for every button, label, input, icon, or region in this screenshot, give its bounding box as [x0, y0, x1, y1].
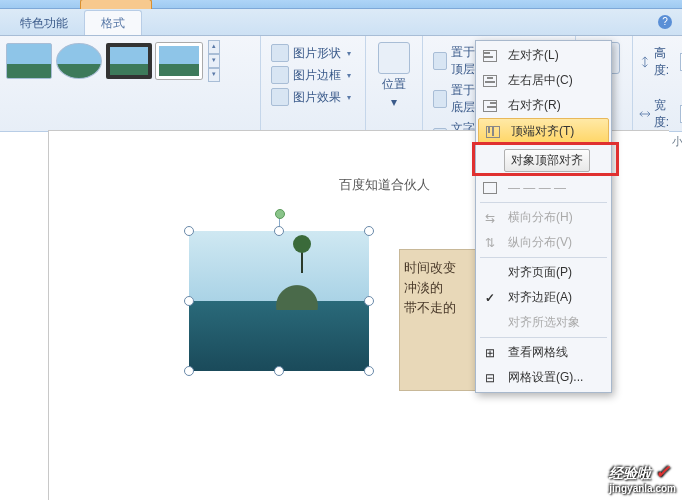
position-icon: [378, 42, 410, 74]
grid-settings-icon: ⊟: [482, 370, 498, 386]
height-icon: [639, 55, 651, 69]
border-icon: [271, 66, 289, 84]
distribute-v-item: ⇅纵向分布(V): [476, 230, 611, 255]
resize-handle[interactable]: [274, 366, 284, 376]
align-right-icon: [482, 98, 498, 114]
tab-special[interactable]: 特色功能: [4, 11, 84, 35]
resize-handle[interactable]: [184, 296, 194, 306]
align-to-page-item[interactable]: 对齐页面(P): [476, 260, 611, 285]
width-label: 宽度:: [654, 97, 677, 131]
tab-format[interactable]: 格式: [84, 10, 142, 35]
resize-handle[interactable]: [364, 226, 374, 236]
check-icon: ✓: [482, 290, 498, 306]
resize-handle[interactable]: [184, 226, 194, 236]
position-button[interactable]: 位置 ▾: [372, 40, 416, 111]
picture-styles-gallery[interactable]: ▴ ▾ ▾: [6, 40, 254, 82]
align-top-tooltip: 对象顶部对齐: [504, 149, 590, 172]
height-label: 高度:: [654, 45, 677, 79]
doc-title: 百度知道合伙人: [339, 176, 430, 194]
style-thumb[interactable]: [106, 43, 152, 79]
grid-icon: ⊞: [482, 345, 498, 361]
picture-shape-button[interactable]: 图片形状▾: [267, 42, 359, 64]
tooltip-row: 对象顶部对齐: [476, 145, 611, 176]
page-icon: [482, 265, 498, 281]
rotation-handle[interactable]: [275, 209, 285, 219]
style-thumb[interactable]: [56, 43, 102, 79]
width-icon: [639, 107, 651, 121]
align-center-item[interactable]: 左右居中(C): [476, 68, 611, 93]
watermark: 经验啦 ✓ jingyanla.com: [609, 461, 676, 494]
tab-strip: 特色功能 格式 ?: [0, 9, 682, 36]
distribute-h-item: ⇆横向分布(H): [476, 205, 611, 230]
align-left-item[interactable]: 左对齐(L): [476, 43, 611, 68]
gallery-up-icon[interactable]: ▴: [208, 40, 220, 54]
back-icon: [433, 90, 447, 108]
align-left-icon: [482, 48, 498, 64]
gallery-down-icon[interactable]: ▾: [208, 54, 220, 68]
picture-effects-button[interactable]: 图片效果▾: [267, 86, 359, 108]
image-content: [189, 231, 369, 371]
align-right-item[interactable]: 右对齐(R): [476, 93, 611, 118]
style-thumb[interactable]: [6, 43, 52, 79]
shape-icon: [271, 44, 289, 62]
align-to-margin-item[interactable]: ✓对齐边距(A): [476, 285, 611, 310]
selected-image[interactable]: [189, 231, 369, 371]
resize-handle[interactable]: [364, 296, 374, 306]
dist-v-icon: ⇅: [482, 235, 498, 251]
style-thumb[interactable]: [156, 43, 202, 79]
resize-handle[interactable]: [364, 366, 374, 376]
align-top-item[interactable]: 顶端对齐(T): [478, 118, 609, 145]
align-top-icon: [485, 124, 501, 140]
align-to-selected-item: 对齐所选对象: [476, 310, 611, 335]
picture-border-button[interactable]: 图片边框▾: [267, 64, 359, 86]
view-gridlines-item[interactable]: ⊞查看网格线: [476, 340, 611, 365]
help-icon[interactable]: ?: [658, 15, 672, 29]
effects-icon: [271, 88, 289, 106]
align-dropdown: 左对齐(L) 左右居中(C) 右对齐(R) 顶端对齐(T) 对象顶部对齐 — —…: [475, 40, 612, 393]
align-center-icon: [482, 73, 498, 89]
gallery-more-icon[interactable]: ▾: [208, 68, 220, 82]
front-icon: [433, 52, 447, 70]
align-bottom-icon: [482, 180, 498, 196]
resize-handle[interactable]: [184, 366, 194, 376]
dist-h-icon: ⇆: [482, 210, 498, 226]
resize-handle[interactable]: [274, 226, 284, 236]
grid-settings-item[interactable]: ⊟网格设置(G)...: [476, 365, 611, 390]
align-bottom-item: — — — —: [476, 176, 611, 200]
